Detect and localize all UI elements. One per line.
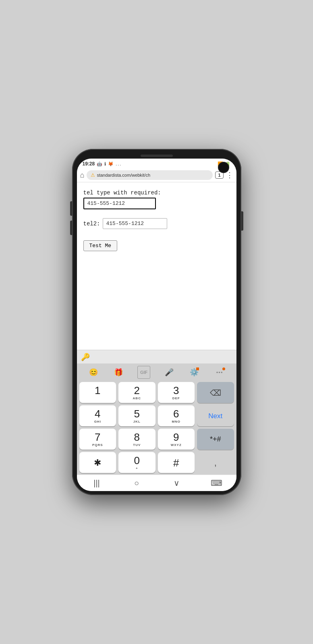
gif-tool-icon[interactable]: GIF xyxy=(137,366,150,379)
tel-input[interactable] xyxy=(83,198,156,209)
tel2-input[interactable] xyxy=(103,218,167,229)
key-star[interactable]: ✱ xyxy=(79,452,116,473)
home-icon[interactable]: ⌂ xyxy=(80,171,85,180)
mic-tool-icon[interactable]: 🎤 xyxy=(163,366,176,379)
nav-home[interactable]: ○ xyxy=(129,477,145,489)
key-icon: 🔑 xyxy=(81,353,90,361)
front-camera xyxy=(218,162,229,173)
keyboard-toolbar[interactable]: 😊 🎁 GIF 🎤 ⚙️ ••• xyxy=(77,363,236,380)
settings-badge xyxy=(196,367,199,370)
nav-overview[interactable]: ∨ xyxy=(168,477,184,489)
key-comma[interactable]: , xyxy=(197,452,234,473)
phone-screen: 19:28 🤖 ℹ 🦊 ... 📶 🔋 ⌂ ⚠ standardista.com… xyxy=(77,159,236,491)
sticker-tool-icon[interactable]: 🎁 xyxy=(112,366,125,379)
key-toolbar: 🔑 xyxy=(77,350,236,363)
phone-frame: 19:28 🤖 ℹ 🦊 ... 📶 🔋 ⌂ ⚠ standardista.com… xyxy=(72,149,241,495)
dots-status: ... xyxy=(116,161,122,166)
emoji-tool-icon[interactable]: 😊 xyxy=(87,366,100,379)
key-0[interactable]: 0 + xyxy=(118,452,155,473)
status-bar: 19:28 🤖 ℹ 🦊 ... 📶 🔋 xyxy=(77,159,236,168)
key-9[interactable]: 9 WXYZ xyxy=(158,429,195,450)
android-icon: 🤖 xyxy=(97,161,102,167)
key-1[interactable]: 1 xyxy=(79,382,116,403)
key-4[interactable]: 4 GHI xyxy=(79,405,116,426)
key-backspace[interactable]: ⌫ xyxy=(197,382,234,403)
info-icon: ℹ xyxy=(104,161,106,167)
settings-tool-icon[interactable]: ⚙️ xyxy=(188,366,201,379)
test-me-button[interactable]: Test Me xyxy=(83,240,118,251)
url-bar[interactable]: ⚠ standardista.com/webkit/ch xyxy=(87,170,213,180)
key-8[interactable]: 8 TUV xyxy=(118,429,155,450)
key-6[interactable]: 6 MNO xyxy=(158,405,195,426)
key-2[interactable]: 2 ABC xyxy=(118,382,155,403)
top-bar xyxy=(77,155,236,157)
web-content: tel type with required: tel2: Test Me xyxy=(77,182,236,350)
bottom-nav: ||| ○ ∨ ⌨ xyxy=(77,475,236,491)
key-5[interactable]: 5 JKL xyxy=(118,405,155,426)
firefox-icon: 🦊 xyxy=(108,161,114,167)
power-button[interactable] xyxy=(241,211,243,231)
tel2-label: tel2: xyxy=(83,221,100,227)
more-badge xyxy=(222,367,225,370)
key-3[interactable]: 3 DEF xyxy=(158,382,195,403)
key-7[interactable]: 7 PQRS xyxy=(79,429,116,450)
browser-bar: ⌂ ⚠ standardista.com/webkit/ch 1 ⋮ xyxy=(77,168,236,182)
nav-back[interactable]: ||| xyxy=(89,477,105,489)
key-hash[interactable]: # xyxy=(158,452,195,473)
status-time: 19:28 xyxy=(83,161,95,167)
speaker xyxy=(141,155,173,157)
key-special[interactable]: *+# xyxy=(197,429,234,450)
tel-field-group: tel type with required: xyxy=(83,190,230,209)
warning-icon: ⚠ xyxy=(91,172,95,178)
more-tool-icon[interactable]: ••• xyxy=(213,366,226,379)
key-next[interactable]: Next xyxy=(197,405,234,426)
tel2-field-group: tel2: xyxy=(83,218,230,229)
url-text: standardista.com/webkit/ch xyxy=(97,173,150,178)
nav-keyboard[interactable]: ⌨ xyxy=(208,477,224,489)
tel-label: tel type with required: xyxy=(83,190,230,196)
numpad: 1 2 ABC 3 DEF ⌫ 4 GHI 5 JKL xyxy=(77,380,236,475)
vol-up-button[interactable] xyxy=(70,201,72,216)
status-left: 19:28 🤖 ℹ 🦊 ... xyxy=(83,161,122,167)
vol-down-button[interactable] xyxy=(70,221,72,235)
